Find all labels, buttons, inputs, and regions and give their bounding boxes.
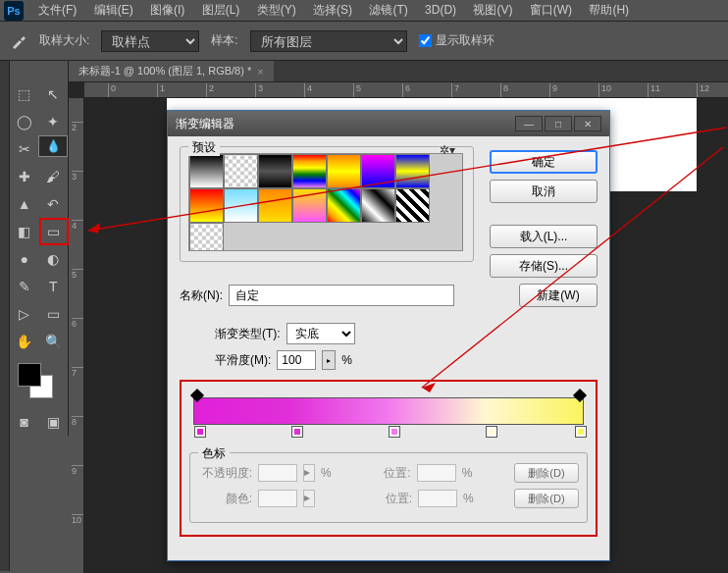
gear-icon[interactable]: ✲▾ [440, 143, 455, 157]
menu-window[interactable]: 窗口(W) [523, 0, 579, 21]
tool-screen[interactable]: ▣ [39, 408, 69, 436]
tool-gradient[interactable]: ▭ [39, 218, 69, 245]
tool-marquee[interactable]: ⬚ [10, 80, 39, 108]
preset-swatch[interactable] [258, 188, 292, 223]
tool-eyedropper[interactable]: 💧 [38, 135, 68, 157]
tool-eraser[interactable]: ◧ [10, 218, 39, 245]
tool-move[interactable]: ↖ [39, 80, 69, 108]
color-stop[interactable] [389, 426, 400, 438]
opacity-stop[interactable] [190, 389, 204, 402]
tool-crop[interactable]: ✂ [10, 135, 38, 163]
menu-edit[interactable]: 编辑(E) [87, 0, 140, 21]
tool-history[interactable]: ↶ [39, 190, 69, 218]
gradient-bar[interactable] [193, 397, 584, 425]
maximize-button[interactable]: □ [545, 116, 572, 131]
show-ring-checkbox[interactable] [419, 34, 432, 47]
menu-type[interactable]: 类型(Y) [250, 0, 303, 21]
ruler-vertical: 2345678910 [69, 98, 84, 573]
preset-swatch[interactable] [224, 188, 258, 223]
app-logo: Ps [4, 1, 24, 21]
tool-path[interactable]: ▷ [10, 300, 39, 328]
opacity-input[interactable] [258, 464, 297, 482]
color-label: 颜色: [198, 491, 252, 507]
menu-select[interactable]: 选择(S) [306, 0, 359, 21]
fg-color[interactable] [18, 363, 41, 387]
tool-text[interactable]: T [39, 273, 69, 300]
stops-label: 色标 [198, 445, 230, 462]
new-button[interactable]: 新建(W) [519, 284, 598, 307]
gradient-edit-area: 色标 不透明度: ▸ % 位置: % 删除(D) 颜色: ▸ 位置: % [180, 380, 598, 537]
preset-swatch[interactable] [361, 154, 395, 188]
name-label: 名称(N): [180, 287, 223, 304]
minimize-button[interactable]: — [515, 116, 543, 131]
tool-dodge[interactable]: ◐ [39, 245, 69, 273]
tool-pen[interactable]: ✎ [10, 273, 39, 300]
preset-swatch[interactable] [292, 154, 327, 188]
ok-button[interactable]: 确定 [490, 150, 598, 174]
sample-select[interactable]: 所有图层 [250, 30, 407, 52]
preset-swatch[interactable] [189, 188, 224, 223]
pos-input[interactable] [418, 490, 457, 507]
tool-wand[interactable]: ✦ [39, 108, 69, 135]
menu-layer[interactable]: 图层(L) [195, 0, 247, 21]
color-spinner[interactable]: ▸ [303, 490, 315, 507]
pos-input[interactable] [417, 464, 456, 482]
color-stop[interactable] [194, 426, 206, 438]
tool-heal[interactable]: ✚ [10, 163, 39, 190]
gradient-editor-dialog: 渐变编辑器 — □ ✕ 预设 ✲▾ [167, 110, 610, 561]
tool-quickmask[interactable]: ◙ [10, 408, 39, 436]
menu-help[interactable]: 帮助(H) [582, 0, 636, 21]
preset-swatch[interactable] [395, 154, 430, 188]
color-swatch-input[interactable] [258, 490, 297, 507]
menu-list: 文件(F) 编辑(E) 图像(I) 图层(L) 类型(Y) 选择(S) 滤镜(T… [31, 0, 636, 21]
tool-blur[interactable]: ● [10, 245, 39, 273]
tool-brush[interactable]: 🖌 [39, 163, 69, 190]
menu-view[interactable]: 视图(V) [466, 0, 519, 21]
delete-color-button[interactable]: 删除(D) [514, 489, 579, 508]
menu-file[interactable]: 文件(F) [31, 0, 83, 21]
menu-3d[interactable]: 3D(D) [418, 1, 463, 19]
tool-lasso[interactable]: ◯ [10, 108, 39, 135]
opacity-stop[interactable] [573, 389, 587, 402]
color-stop[interactable] [575, 426, 587, 438]
show-ring-check[interactable]: 显示取样环 [419, 32, 494, 49]
preset-list[interactable] [188, 153, 463, 251]
document-tab[interactable]: 未标题-1 @ 100% (图层 1, RGB/8) * × [69, 61, 274, 81]
ruler-horizontal: 0123456789101112 [84, 82, 728, 98]
tool-zoom[interactable]: 🔍 [39, 328, 69, 355]
preset-swatch[interactable] [327, 188, 361, 223]
menu-image[interactable]: 图像(I) [143, 0, 191, 21]
dialog-title: 渐变编辑器 [176, 116, 234, 132]
close-button[interactable]: ✕ [574, 116, 601, 131]
preset-swatch[interactable] [189, 154, 224, 188]
smooth-label: 平滑度(M): [215, 352, 271, 369]
preset-swatch[interactable] [224, 154, 258, 188]
preset-swatch[interactable] [189, 223, 224, 251]
name-input[interactable] [229, 285, 454, 306]
color-swatches[interactable] [18, 363, 57, 398]
tool-hand[interactable]: ✋ [10, 328, 39, 355]
sample-size-select[interactable]: 取样点 [101, 30, 199, 52]
smooth-spinner[interactable]: ▸ [322, 350, 336, 370]
dialog-titlebar[interactable]: 渐变编辑器 — □ ✕ [168, 111, 609, 136]
save-button[interactable]: 存储(S)... [490, 254, 598, 278]
delete-opacity-button[interactable]: 删除(D) [514, 463, 579, 483]
preset-swatch[interactable] [327, 154, 361, 188]
color-stop[interactable] [291, 426, 303, 438]
preset-swatch[interactable] [361, 188, 395, 223]
color-stop[interactable] [486, 426, 497, 438]
tool-stamp[interactable]: ▲ [10, 190, 39, 218]
smooth-input[interactable] [277, 350, 316, 370]
load-button[interactable]: 载入(L)... [490, 225, 598, 248]
document-tab-title: 未标题-1 @ 100% (图层 1, RGB/8) * [78, 64, 251, 78]
opacity-label: 不透明度: [198, 465, 252, 482]
preset-swatch[interactable] [258, 154, 292, 188]
preset-swatch[interactable] [292, 188, 327, 223]
opacity-spinner[interactable]: ▸ [303, 464, 315, 482]
tool-shape[interactable]: ▭ [39, 300, 69, 328]
preset-swatch[interactable] [395, 188, 430, 223]
menu-filter[interactable]: 滤镜(T) [362, 0, 414, 21]
type-select[interactable]: 实底 [286, 323, 355, 344]
cancel-button[interactable]: 取消 [490, 180, 598, 203]
close-icon[interactable]: × [257, 66, 263, 78]
